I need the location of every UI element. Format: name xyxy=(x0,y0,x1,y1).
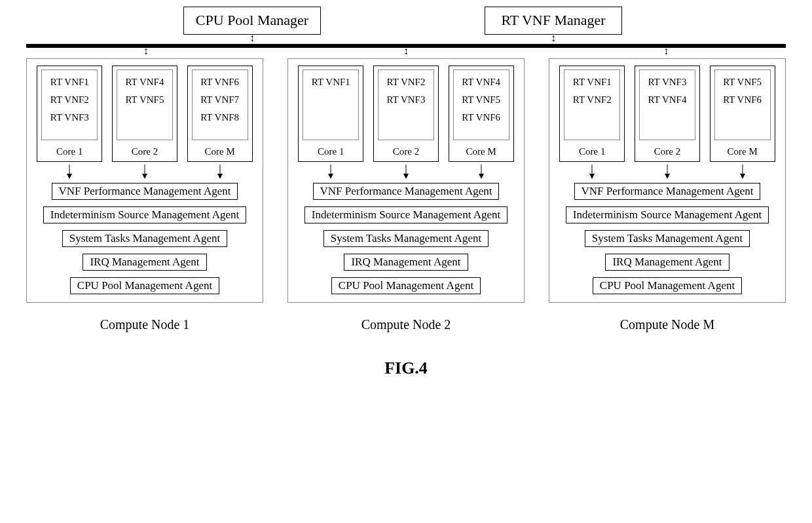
compute-node-label: Compute Node M xyxy=(549,317,786,332)
svg-marker-11 xyxy=(479,174,484,179)
core-arrows-row xyxy=(557,165,777,180)
vnf-item: RT VNF7 xyxy=(193,94,248,106)
core-box: RT VNF1 RT VNF2 RT VNF3 Core 1 xyxy=(37,66,102,162)
core-box: RT VNF6 RT VNF7 RT VNF8 Core M xyxy=(187,66,253,162)
down-arrow-icon xyxy=(327,165,335,179)
vnf-item: RT VNF2 xyxy=(378,77,434,88)
vnf-item: RT VNF8 xyxy=(193,112,248,123)
vnf-list: RT VNF6 RT VNF7 RT VNF8 xyxy=(192,69,248,140)
core-box: RT VNF4 RT VNF5 RT VNF6 Core M xyxy=(449,66,514,162)
core-box: RT VNF5 RT VNF6 Core M xyxy=(710,66,775,162)
core-box: RT VNF4 RT VNF5 Core 2 xyxy=(112,66,177,162)
vnf-item: RT VNF2 xyxy=(564,94,619,106)
node-labels-row: Compute Node 1 Compute Node 2 Compute No… xyxy=(26,317,786,332)
down-arrow-icon xyxy=(588,165,596,179)
agent-box: Indeterminism Source Management Agent xyxy=(304,206,507,223)
cores-row: RT VNF1 Core 1 RT VNF2 RT VNF3 Core 2 RT… xyxy=(296,66,516,162)
compute-node-label: Compute Node 1 xyxy=(26,317,263,332)
vnf-list: RT VNF1 xyxy=(303,69,359,140)
core-label: Core 1 xyxy=(560,144,624,161)
vnf-item: RT VNF2 xyxy=(42,94,97,106)
agent-box: System Tasks Management Agent xyxy=(585,230,750,247)
core-label: Core 2 xyxy=(374,144,438,161)
agent-box: Indeterminism Source Management Agent xyxy=(566,206,769,223)
bus-row: ↕ ↕ ↕ ↕ ↕ xyxy=(26,35,786,57)
vnf-item: RT VNF1 xyxy=(564,77,619,88)
svg-marker-17 xyxy=(740,174,745,179)
rt-vnf-manager-box: RT VNF Manager xyxy=(485,7,622,35)
vnf-item: RT VNF4 xyxy=(454,77,509,88)
agent-box: Indeterminism Source Management Agent xyxy=(43,206,246,223)
agent-box: VNF Performance Management Agent xyxy=(574,183,761,200)
vnf-item: RT VNF5 xyxy=(454,94,509,106)
agent-box: CPU Pool Management Agent xyxy=(70,277,219,294)
cpu-pool-manager-box: CPU Pool Manager xyxy=(183,7,321,35)
vnf-item: RT VNF6 xyxy=(193,77,248,88)
down-arrow-icon xyxy=(216,165,224,179)
agent-box: IRQ Management Agent xyxy=(83,254,206,271)
agents-list: VNF Performance Management Agent Indeter… xyxy=(35,183,255,294)
compute-node: RT VNF1 RT VNF2 RT VNF3 Core 1 RT VNF4 R… xyxy=(26,58,263,303)
compute-node: RT VNF1 Core 1 RT VNF2 RT VNF3 Core 2 RT… xyxy=(287,58,525,303)
vnf-list: RT VNF4 RT VNF5 xyxy=(117,69,173,140)
vnf-item: RT VNF3 xyxy=(640,77,695,88)
core-label: Core 2 xyxy=(635,144,699,161)
vnf-list: RT VNF5 RT VNF6 xyxy=(714,69,771,140)
core-label: Core 1 xyxy=(299,144,363,161)
figure-label: FIG.4 xyxy=(26,358,786,378)
vnf-item: RT VNF4 xyxy=(640,94,695,106)
node-arrows: ↕ ↕ ↕ xyxy=(26,48,786,57)
vnf-item: RT VNF5 xyxy=(715,77,770,88)
down-arrow-icon xyxy=(739,165,747,179)
agents-list: VNF Performance Management Agent Indeter… xyxy=(557,183,777,294)
vnf-list: RT VNF3 RT VNF4 xyxy=(639,69,695,140)
vnf-item: RT VNF1 xyxy=(42,77,97,88)
vnf-list: RT VNF2 RT VNF3 xyxy=(378,69,434,140)
vnf-item: RT VNF1 xyxy=(303,77,358,88)
down-arrow-icon xyxy=(65,165,73,179)
vnf-item: RT VNF3 xyxy=(378,94,434,106)
vnf-item: RT VNF6 xyxy=(454,112,509,123)
compute-node-label: Compute Node 2 xyxy=(287,317,525,332)
svg-marker-9 xyxy=(403,174,409,179)
double-arrow-icon: ↕ xyxy=(249,35,255,44)
agent-box: IRQ Management Agent xyxy=(344,254,468,271)
manager-arrows: ↕ ↕ xyxy=(26,35,786,44)
svg-marker-1 xyxy=(67,174,72,179)
agents-list: VNF Performance Management Agent Indeter… xyxy=(296,183,516,294)
svg-marker-13 xyxy=(589,174,595,179)
vnf-list: RT VNF1 RT VNF2 xyxy=(564,69,620,140)
core-box: RT VNF1 RT VNF2 Core 1 xyxy=(559,66,625,162)
agent-box: System Tasks Management Agent xyxy=(62,230,227,247)
core-box: RT VNF2 RT VNF3 Core 2 xyxy=(373,66,439,162)
core-label: Core 1 xyxy=(37,144,101,161)
core-arrows-row xyxy=(296,165,516,180)
vnf-item: RT VNF4 xyxy=(117,77,172,88)
managers-row: CPU Pool Manager RT VNF Manager xyxy=(26,7,786,35)
svg-marker-5 xyxy=(217,174,223,179)
vnf-item: RT VNF5 xyxy=(117,94,172,106)
vnf-list: RT VNF4 RT VNF5 RT VNF6 xyxy=(453,69,509,140)
down-arrow-icon xyxy=(477,165,485,179)
core-arrows-row xyxy=(35,165,255,180)
down-arrow-icon xyxy=(663,165,671,179)
core-label: Core M xyxy=(710,144,775,161)
compute-node: RT VNF1 RT VNF2 Core 1 RT VNF3 RT VNF4 C… xyxy=(549,58,786,303)
agent-box: CPU Pool Management Agent xyxy=(593,277,742,294)
svg-marker-7 xyxy=(328,174,333,179)
vnf-item: RT VNF6 xyxy=(715,94,770,106)
cores-row: RT VNF1 RT VNF2 Core 1 RT VNF3 RT VNF4 C… xyxy=(557,66,777,162)
double-arrow-icon: ↕ xyxy=(551,35,556,44)
double-arrow-icon: ↕ xyxy=(143,48,149,57)
agent-box: CPU Pool Management Agent xyxy=(331,277,481,294)
vnf-item: RT VNF3 xyxy=(42,112,97,123)
core-label: Core 2 xyxy=(113,144,177,161)
core-box: RT VNF3 RT VNF4 Core 2 xyxy=(635,66,700,162)
core-box: RT VNF1 Core 1 xyxy=(298,66,363,162)
svg-marker-15 xyxy=(665,174,670,179)
vnf-list: RT VNF1 RT VNF2 RT VNF3 xyxy=(41,69,98,140)
svg-marker-3 xyxy=(142,174,147,179)
agent-box: System Tasks Management Agent xyxy=(323,230,489,247)
agent-box: IRQ Management Agent xyxy=(605,254,729,271)
agent-box: VNF Performance Management Agent xyxy=(313,183,500,200)
